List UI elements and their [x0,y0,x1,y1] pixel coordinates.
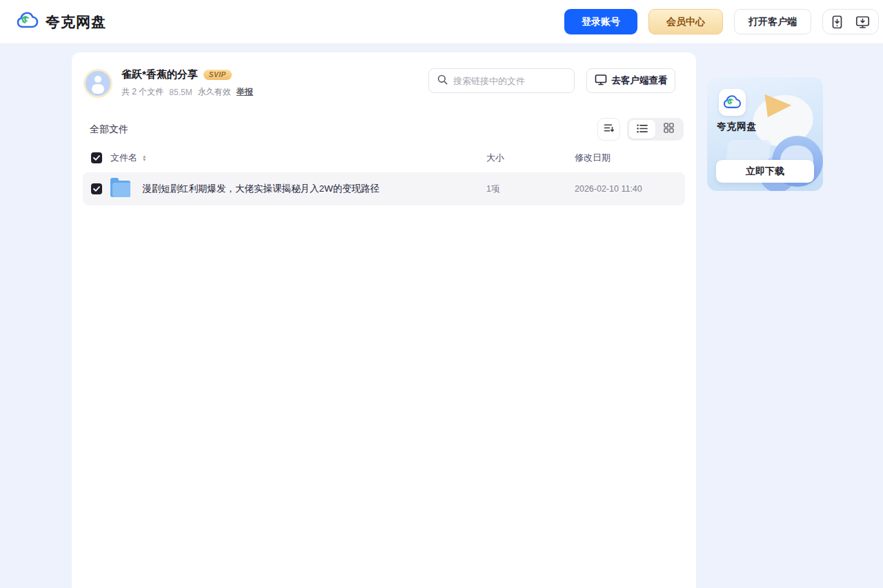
page-content: 雀跃*香蕉的分享 SVIP 共 2 个文件 85.5M 永久有效 举报 [72,52,823,588]
share-header: 雀跃*香蕉的分享 SVIP 共 2 个文件 85.5M 永久有效 举报 [83,68,685,98]
quark-cloud-logo-icon [17,11,39,33]
file-table-header: 文件名 ▲▼ 大小 修改日期 [83,146,685,170]
report-link[interactable]: 举报 [237,86,253,98]
column-size[interactable]: 大小 [486,152,575,164]
share-meta: 共 2 个文件 85.5M 永久有效 举报 [121,86,253,98]
phone-download-icon[interactable] [831,15,843,29]
search-box[interactable] [428,68,575,93]
select-all-checkbox[interactable] [91,152,102,163]
search-input[interactable] [453,76,566,86]
list-view-button[interactable] [629,120,655,139]
validity: 永久有效 [198,86,231,98]
grid-view-icon [664,123,674,136]
share-title: 雀跃*香蕉的分享 [121,68,198,81]
avatar [86,71,110,96]
row-checkbox[interactable] [91,183,102,194]
column-date[interactable]: 修改日期 [575,152,685,164]
brand-name: 夸克网盘 [46,12,106,32]
vip-center-button[interactable]: 会员中心 [648,9,723,34]
app-icon [719,89,746,116]
grid-view-button[interactable] [655,120,682,139]
search-icon [437,74,448,88]
view-in-client-label: 去客户端查看 [612,74,668,87]
sort-icon [604,123,615,136]
view-mode-toggle [627,118,684,141]
share-panel: 雀跃*香蕉的分享 SVIP 共 2 个文件 85.5M 永久有效 举报 [72,52,696,588]
list-view-icon [637,123,648,136]
total-size: 85.5M [169,88,192,97]
files-section-title: 全部文件 [90,123,128,136]
monitor-download-icon[interactable] [855,15,870,29]
folder-icon [110,181,130,197]
files-section-bar: 全部文件 [83,118,685,141]
file-size: 1项 [486,183,575,195]
file-date: 2026-02-10 11:40 [575,184,685,194]
sort-carets-icon[interactable]: ▲▼ [142,154,146,161]
file-name[interactable]: 漫剧短剧红利期爆发，大佬实操课揭秘月入2W的变现路径 [142,183,379,195]
top-actions: 登录账号 会员中心 打开客户端 [564,9,879,34]
monitor-icon [595,74,607,88]
column-name[interactable]: 文件名 [110,152,137,164]
view-in-client-button[interactable]: 去客户端查看 [586,68,675,93]
download-apps-group [822,9,879,34]
brand[interactable]: 夸克网盘 [17,11,106,33]
promo-app-name: 夸克网盘 [717,121,757,133]
login-button[interactable]: 登录账号 [564,9,637,34]
app-promo-card[interactable]: 夸克网盘 立即下载 [707,77,823,191]
file-row[interactable]: 漫剧短剧红利期爆发，大佬实操课揭秘月入2W的变现路径 1项 2026-02-10… [83,172,685,205]
open-client-button[interactable]: 打开客户端 [734,9,811,34]
svip-badge: SVIP [204,70,232,80]
sort-button[interactable] [597,118,620,141]
file-count: 共 2 个文件 [121,86,163,98]
download-now-button[interactable]: 立即下载 [716,160,814,183]
top-header: 夸克网盘 登录账号 会员中心 打开客户端 [0,0,883,44]
